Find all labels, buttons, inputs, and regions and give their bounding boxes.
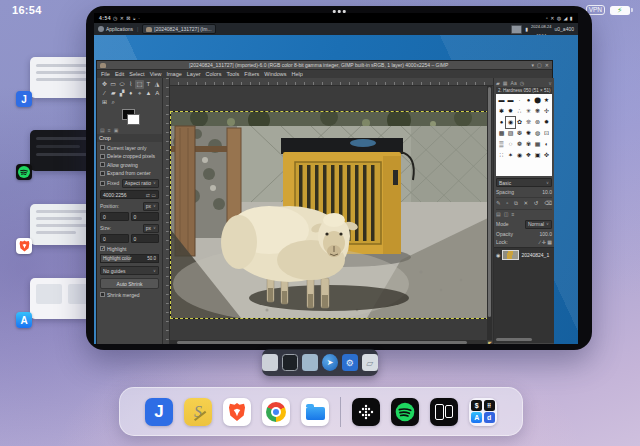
brush-grid-item-19[interactable]: ▨	[506, 128, 515, 139]
checkbox-highlight[interactable]: ✓Highlight	[100, 246, 159, 252]
tool-options-tabs-item-1[interactable]: ≡	[108, 127, 111, 133]
brush-action-buttons-item-4[interactable]: ↺	[534, 200, 539, 207]
brush-grid-item-11[interactable]: ✢	[542, 106, 551, 117]
brush-grid-item-22[interactable]: ◍	[533, 128, 542, 139]
taskbar-window-button[interactable]: [20240824_131727] (Im...	[142, 24, 215, 34]
menu-edit[interactable]: Edit	[115, 71, 124, 77]
aspect-ratio-input[interactable]: 4000:2256⇄ ▭	[100, 190, 159, 199]
tool-options-tabs-item-2[interactable]: ▣	[114, 127, 119, 133]
keypad-app-icon[interactable]: ⠿	[484, 400, 495, 411]
brush-grid-item-15[interactable]: ❊	[524, 117, 533, 128]
tab-patterns[interactable]: ▦	[503, 80, 508, 86]
folder-icon[interactable]: ▱	[362, 354, 378, 371]
toolbox-grid-item-3[interactable]: ⌇	[126, 80, 135, 89]
dock-devices-app[interactable]	[430, 398, 458, 426]
brush-grid-item-3[interactable]: ●	[524, 95, 533, 106]
color-swatches[interactable]	[120, 109, 140, 125]
shade-button[interactable]: ▾	[532, 62, 535, 68]
brush-grid-item-6[interactable]: ✱	[497, 106, 506, 117]
menu-select[interactable]: Select	[129, 71, 144, 77]
brush-action-buttons-item-1[interactable]: ▫	[506, 200, 508, 207]
brush-grid-item-20[interactable]: ❆	[515, 128, 524, 139]
dock-dots-grid-app[interactable]	[352, 398, 380, 426]
keyboard-icon[interactable]	[282, 354, 298, 371]
pointer-icon[interactable]: ➤	[322, 354, 338, 371]
toolbox-grid-item-15[interactable]: ⌕	[109, 98, 118, 107]
d-app-icon[interactable]: d	[484, 412, 495, 423]
brush-grid-item-0[interactable]: ▬	[497, 95, 506, 106]
menu-file[interactable]: File	[101, 71, 110, 77]
size-y-input[interactable]: 0	[131, 234, 160, 243]
toolbox-grid-item-0[interactable]: ✥	[100, 80, 109, 89]
screen-icon[interactable]	[302, 354, 318, 371]
tab-brushes[interactable]: ▰	[496, 80, 500, 86]
toolbox-grid-item-2[interactable]: ⬭	[118, 80, 127, 89]
lock-icons[interactable]: ∕ ✛ ▦	[539, 239, 552, 245]
toolbox-grid-item-10[interactable]: ♦	[126, 89, 135, 98]
brush-grid-item-33[interactable]: ❖	[524, 150, 533, 161]
layers-dock-tabs-item-2[interactable]: ≡	[511, 211, 514, 217]
keyboard-tray-icon[interactable]	[511, 25, 522, 34]
dock-s-note-app[interactable]: S	[184, 398, 212, 426]
toolbox-grid-item-6[interactable]: ◮	[153, 80, 162, 89]
brush-grid-item-2[interactable]: ·	[515, 95, 524, 106]
brush-grid-item-8[interactable]: ∴	[515, 106, 524, 117]
toolbox-grid-item-14[interactable]: ⊞	[100, 98, 109, 107]
menu-tools[interactable]: Tools	[226, 71, 239, 77]
menu-colors[interactable]: Colors	[206, 71, 222, 77]
checkbox-fixed[interactable]	[100, 181, 105, 186]
applications-menu[interactable]: Applications	[98, 26, 133, 32]
layers-scrollbar[interactable]	[496, 338, 532, 341]
checkbox-shrink-merged[interactable]: Shrink merged	[100, 292, 159, 298]
brush-action-buttons-item-3[interactable]: ✕	[524, 200, 529, 207]
menu-image[interactable]: Image	[166, 71, 181, 77]
tab-history[interactable]: ◷	[520, 80, 524, 86]
dock-apps-folder[interactable]: $ ⠿ A d	[469, 398, 497, 426]
dock-chrome[interactable]	[262, 398, 290, 426]
brush-grid-item-34[interactable]: ▣	[533, 150, 542, 161]
fixed-dropdown[interactable]: Aspect ratio∨	[122, 179, 159, 188]
toolbox-grid-item-1[interactable]: ▭	[109, 80, 118, 89]
toolbox-grid-item-12[interactable]: ▲	[144, 89, 153, 98]
brush-grid-item-18[interactable]: ▩	[497, 128, 506, 139]
brush-grid-item-23[interactable]: ⊡	[542, 128, 551, 139]
folder-app-store-icon[interactable]: A	[471, 412, 482, 423]
brush-grid-item-35[interactable]: ✜	[542, 150, 551, 161]
menu-layer[interactable]: Layer	[187, 71, 201, 77]
menu-filters[interactable]: Filters	[244, 71, 259, 77]
highlight-opacity-slider[interactable]: Highlight color50.0	[100, 254, 159, 263]
display-icon[interactable]	[262, 354, 278, 371]
gimp-titlebar[interactable]: [20240824_131727] (imported)-6.0 (RGB co…	[97, 61, 552, 70]
brush-grid-item-10[interactable]: ❋	[533, 106, 542, 117]
brush-grid-item-29[interactable]: ◐	[542, 139, 551, 150]
layers-dock-tabs-item-1[interactable]: ◫	[504, 211, 509, 217]
toolbox-grid-item-9[interactable]: ▞	[118, 89, 127, 98]
brush-grid-item-14[interactable]: ✿	[515, 117, 524, 128]
position-unit-dropdown[interactable]: px∨	[143, 202, 159, 211]
brush-grid-item-16[interactable]: ⊛	[533, 117, 542, 128]
brush-grid-item-1[interactable]: ▬	[506, 95, 515, 106]
spacing-value[interactable]: 10.0	[542, 189, 552, 195]
tab-menu-chevron[interactable]: ∨	[548, 80, 552, 86]
gimp-canvas-area[interactable]: ◤	[163, 78, 493, 344]
dock-spotify[interactable]	[391, 398, 419, 426]
brush-grid-item-12[interactable]: ●	[497, 117, 506, 128]
menu-help[interactable]: Help	[292, 71, 303, 77]
brush-grid-item-28[interactable]: ▦	[533, 139, 542, 150]
brush-grid-item-25[interactable]: ◌	[506, 139, 515, 150]
brush-grid-item-7[interactable]: ✸	[506, 106, 515, 117]
layer-mode-dropdown[interactable]: Normal∨	[525, 220, 552, 229]
dock-j-app[interactable]: J	[145, 398, 173, 426]
background-color[interactable]	[127, 114, 140, 125]
horizontal-scrollbar[interactable]	[169, 340, 487, 344]
brush-grid-item-4[interactable]: ⬤	[533, 95, 542, 106]
brush-grid-item-21[interactable]: ✺	[524, 128, 533, 139]
layer-opacity-row[interactable]: Opacity100.0	[496, 231, 552, 237]
brush-action-buttons-item-2[interactable]: ⧉	[514, 200, 518, 207]
toolbox-grid-item-7[interactable]: ∕	[100, 89, 109, 98]
brush-grid-item-27[interactable]: ✾	[524, 139, 533, 150]
checkbox-current-layer-only[interactable]: Current layer only	[100, 145, 159, 151]
checkbox-allow-growing[interactable]: Allow growing	[100, 162, 159, 168]
close-button[interactable]: ✕	[545, 62, 549, 68]
dock-files[interactable]	[301, 398, 329, 426]
